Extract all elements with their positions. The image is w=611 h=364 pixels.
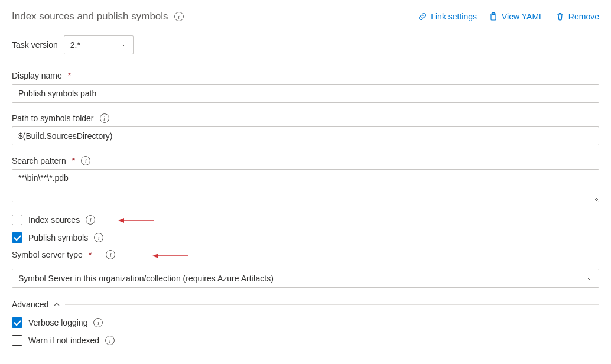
symbols-folder-label: Path to symbols folder [12, 113, 94, 123]
advanced-section-header[interactable]: Advanced [12, 300, 599, 309]
svg-marker-5 [152, 254, 158, 258]
link-icon [418, 12, 427, 21]
verbose-logging-checkbox[interactable] [12, 317, 22, 328]
display-name-label: Display name* [12, 71, 71, 80]
task-version-select[interactable]: 2.* [64, 35, 134, 54]
chevron-up-icon [53, 301, 60, 308]
symbol-server-type-select[interactable]: Symbol Server in this organization/colle… [12, 269, 599, 288]
symbols-folder-input[interactable] [12, 126, 599, 145]
index-sources-label: Index sources [28, 215, 80, 225]
remove-button[interactable]: Remove [555, 12, 599, 21]
warn-if-not-indexed-checkbox[interactable] [12, 335, 22, 346]
info-icon[interactable]: i [106, 250, 115, 259]
index-sources-checkbox[interactable] [12, 214, 22, 225]
divider [65, 304, 599, 305]
search-pattern-label: Search pattern* [12, 156, 75, 165]
link-settings-button[interactable]: Link settings [418, 12, 477, 21]
info-icon[interactable]: i [94, 233, 103, 242]
search-pattern-input[interactable]: **\bin\**\*.pdb [12, 169, 599, 202]
display-name-input[interactable] [12, 84, 599, 103]
publish-symbols-label: Publish symbols [28, 233, 88, 242]
annotation-arrow-icon [118, 216, 154, 225]
svg-marker-3 [118, 218, 124, 223]
header-actions: Link settings View YAML Remove [418, 12, 599, 21]
info-icon[interactable]: i [100, 113, 109, 123]
link-settings-label: Link settings [431, 12, 477, 21]
advanced-section-label: Advanced [12, 300, 48, 309]
info-icon[interactable]: i [81, 156, 90, 165]
info-icon[interactable]: i [105, 336, 115, 345]
task-version-label: Task version [12, 40, 58, 50]
warn-if-not-indexed-label: Warn if not indexed [28, 336, 99, 345]
view-yaml-label: View YAML [502, 12, 544, 21]
info-icon[interactable]: i [174, 12, 184, 21]
verbose-logging-label: Verbose logging [28, 318, 87, 327]
info-icon[interactable]: i [93, 318, 103, 327]
publish-symbols-checkbox[interactable] [12, 232, 22, 243]
trash-icon [555, 12, 565, 21]
clipboard-icon [489, 12, 498, 21]
view-yaml-button[interactable]: View YAML [489, 12, 544, 21]
annotation-arrow-icon [152, 251, 188, 261]
page-title: Index sources and publish symbols [12, 11, 168, 22]
symbol-server-type-label: Symbol server type* [12, 250, 92, 259]
remove-label: Remove [568, 12, 599, 21]
info-icon[interactable]: i [86, 215, 95, 225]
